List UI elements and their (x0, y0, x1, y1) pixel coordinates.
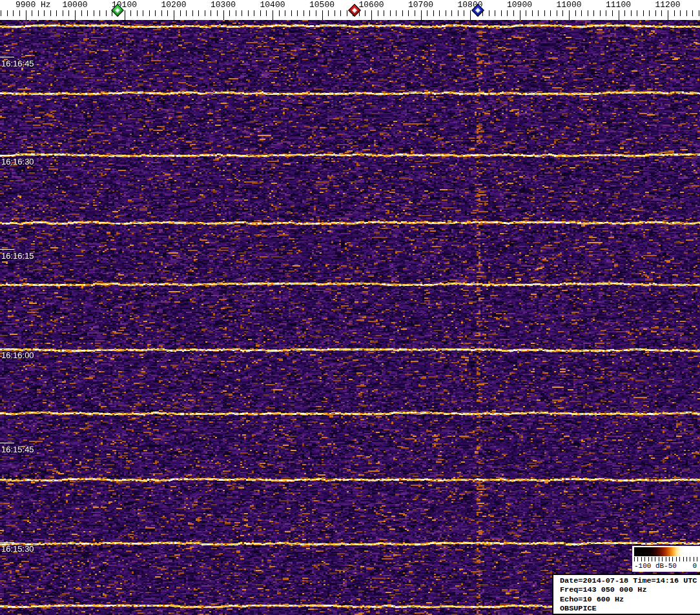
info-line-frequency: Freq=143 050 000 Hz (560, 585, 700, 594)
info-line-station: OBSUPICE (560, 604, 700, 613)
spectrogram-window: 9900 Hz100001010010200103001040010500106… (0, 0, 700, 615)
freq-tick-label: 9900 Hz (15, 0, 51, 10)
time-tick-mark (0, 443, 14, 443)
time-tick-mark (0, 155, 14, 156)
freq-tick-label: 10600 (358, 0, 384, 10)
freq-tick-label: 10500 (309, 0, 335, 10)
legend-max-label: 0 (692, 562, 697, 570)
info-line-date: Date=2014-07-18 Time=14:16 UTC (560, 576, 700, 585)
freq-tick-label: 10900 (507, 0, 532, 10)
freq-tick-label: 11200 (655, 0, 680, 10)
status-info-box: Date=2014-07-18 Time=14:16 UTC Freq=143 … (552, 574, 700, 615)
waterfall-spectrogram (0, 0, 700, 615)
freq-tick-label: 11100 (606, 0, 631, 10)
time-tick-mark (0, 249, 14, 250)
legend-mid-label: -50 (664, 562, 677, 570)
legend-min-label: -100 dB (634, 562, 664, 570)
freq-tick-label: 11000 (556, 0, 581, 10)
time-tick-label: 16:16:15 (1, 252, 34, 261)
green-marker-dot (114, 8, 119, 13)
freq-tick-label: 10200 (161, 0, 186, 10)
legend-tick-marks (634, 557, 697, 561)
blue-marker-dot (475, 8, 480, 13)
time-tick-label: 16:15:30 (1, 545, 34, 554)
freq-tick-label: 10400 (260, 0, 285, 10)
time-tick-label: 16:15:45 (1, 445, 34, 454)
time-tick-label: 16:16:30 (1, 157, 34, 166)
time-tick-label: 16:16:45 (1, 59, 34, 68)
red-marker-dot (351, 8, 356, 13)
time-tick-mark (0, 57, 14, 57)
freq-tick-label: 10300 (211, 0, 236, 10)
color-gradient-bar (634, 547, 697, 556)
freq-tick-label: 10700 (408, 0, 433, 10)
legend-labels: -100 dB -50 0 (634, 562, 697, 570)
db-color-scale: -100 dB -50 0 (632, 546, 700, 572)
info-line-echo: Echo=10 600 Hz (560, 595, 700, 604)
time-tick-label: 16:16:00 (1, 351, 34, 360)
freq-tick-label: 10000 (62, 0, 87, 10)
time-tick-mark (0, 348, 14, 349)
time-tick-mark (0, 542, 14, 543)
